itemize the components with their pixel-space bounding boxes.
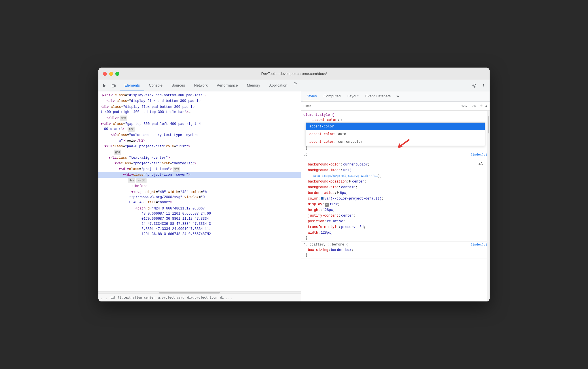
tab-console[interactable]: Console: [144, 80, 167, 91]
tab-elements[interactable]: Elements: [120, 80, 144, 91]
style-rule-p: .p (index):1 background-color: currentCo…: [301, 152, 490, 242]
tab-performance[interactable]: Performance: [212, 80, 242, 91]
add-style-button[interactable]: +: [480, 103, 483, 109]
style-prop-justify-content[interactable]: justify-content: center;: [303, 213, 487, 219]
color-swatch[interactable]: [321, 197, 323, 200]
p-source[interactable]: (index):1: [471, 153, 487, 156]
traffic-lights: [103, 72, 119, 76]
code-line[interactable]: ▼<div class="project-icon"> flex: [98, 166, 301, 172]
style-prop-border-radius[interactable]: border-radius: 6px;: [303, 190, 487, 196]
breadcrumb-more-right[interactable]: ...: [225, 294, 232, 301]
flex-badge-4[interactable]: flex: [128, 178, 136, 183]
style-prop-width[interactable]: width: 128px;: [303, 230, 487, 236]
svg-line[interactable]: ▼<svg height="48" width="48" xmlns="h tt…: [98, 189, 301, 206]
tab-sources[interactable]: Sources: [167, 80, 190, 91]
devtools-window: DevTools - developer.chrome.com/docs/: [98, 68, 490, 301]
tab-memory[interactable]: Memory: [242, 80, 265, 91]
code-block[interactable]: <div class="display-flex pad-bottom-300 …: [98, 104, 301, 115]
p-open-brace: [303, 157, 487, 162]
code-line[interactable]: w">Tools</h2>: [98, 138, 301, 144]
elements-code-view[interactable]: ▶ <div class="display-flex pad-bottom-30…: [98, 91, 301, 291]
tab-computed[interactable]: Computed: [320, 91, 344, 101]
tab-network[interactable]: Network: [190, 80, 212, 91]
filter-input[interactable]: [303, 104, 458, 108]
breadcrumb-item-div-icon[interactable]: div.project-icon: [186, 295, 218, 300]
universal-close-brace: }: [303, 253, 487, 257]
code-line[interactable]: ▼<ul class="pad-0 project-grid" role="li…: [98, 144, 301, 149]
style-prop-height[interactable]: height: 128px;: [303, 207, 487, 213]
maximize-button[interactable]: [115, 72, 119, 76]
grid-badge[interactable]: grid: [114, 150, 121, 155]
style-prop-bg-size[interactable]: background-size: contain;: [303, 184, 487, 190]
vertical-scrollbar-thumb[interactable]: [488, 116, 489, 133]
settings-button[interactable]: [470, 82, 478, 90]
horizontal-scrollbar[interactable]: [98, 291, 301, 293]
cls-button[interactable]: .cls: [470, 104, 477, 108]
data-url-link[interactable]: data:image/svg+xml,%3Csvg width='1…: [312, 173, 378, 179]
style-prop-bg-image[interactable]: background-image: url(: [303, 167, 487, 173]
flex-badge-3[interactable]: flex: [173, 167, 180, 172]
styles-panel: Styles Computed Layout Event Listeners »: [301, 91, 490, 301]
flex-badge[interactable]: flex: [120, 116, 127, 121]
path-line[interactable]: <path d="M24 0.666748C11.12 0.6667 48 0.…: [98, 206, 301, 237]
code-line-selected[interactable]: ▼<div class="project-icon__cover">: [98, 172, 301, 178]
red-arrow-icon: [388, 136, 410, 150]
vertical-scrollbar-track[interactable]: [487, 111, 490, 301]
styles-content[interactable]: element.style { accent-color : ;: [301, 111, 490, 301]
code-block-2[interactable]: ▼<div class="gap-top-300 pad-left-400 pa…: [98, 121, 301, 132]
elements-panel[interactable]: ▶ <div class="display-flex pad-bottom-30…: [98, 91, 301, 301]
tab-application[interactable]: Application: [265, 80, 292, 91]
style-prop-position[interactable]: position: relative;: [303, 219, 487, 224]
breadcrumb-item-a[interactable]: a.project-card: [157, 295, 185, 300]
editing-line[interactable]: accent-color : ;: [303, 118, 487, 122]
element-style-selector-line: element.style {: [303, 113, 487, 117]
style-prop-bg-color[interactable]: background-color: currentColor;: [303, 162, 487, 167]
font-size-toggle[interactable]: AA: [478, 162, 483, 167]
triangle-icon[interactable]: [349, 180, 351, 183]
border-radius-triangle-icon[interactable]: [337, 191, 339, 194]
close-button[interactable]: [103, 72, 107, 76]
p-selector: .p: [303, 153, 307, 157]
universal-source[interactable]: (index):1: [471, 243, 487, 246]
equals-badge[interactable]: == $0: [136, 178, 147, 183]
flex-badge-2[interactable]: flex: [128, 127, 135, 132]
tab-layout[interactable]: Layout: [344, 91, 362, 101]
cursor-tool-button[interactable]: [101, 82, 109, 90]
svg-point-5: [483, 86, 484, 87]
customize-button[interactable]: [479, 82, 487, 90]
scrollbar-thumb[interactable]: [159, 292, 220, 293]
breadcrumb-item-di[interactable]: di: [219, 295, 225, 300]
p-selector-line: .p (index):1: [303, 153, 487, 157]
code-line[interactable]: </div> flex: [98, 115, 301, 121]
code-line[interactable]: ▼<li class="text-align-center">: [98, 155, 301, 161]
minimize-button[interactable]: [109, 72, 113, 76]
style-prop-color[interactable]: color: var(--color-project-default);: [303, 196, 487, 202]
breadcrumb-more-left[interactable]: ...: [101, 294, 107, 301]
tab-event-listeners[interactable]: Event Listeners: [362, 91, 394, 101]
toggle-sidebar-button[interactable]: ◀: [485, 104, 487, 108]
style-prop-bg-position[interactable]: background-position: center;: [303, 179, 487, 184]
display-flex-icon[interactable]: ⊞: [325, 203, 329, 207]
editing-value: ;: [340, 118, 342, 122]
code-line[interactable]: flex == $0: [98, 178, 301, 183]
svg-rect-0: [112, 84, 114, 87]
code-line[interactable]: ▶ <div class="display-flex pad-bottom-30…: [98, 93, 301, 98]
tab-styles[interactable]: Styles: [303, 91, 320, 101]
more-secondary-tabs[interactable]: »: [394, 94, 401, 99]
style-prop-transform-style[interactable]: transform-style: preserve-3d;: [303, 224, 487, 230]
code-line[interactable]: grid: [98, 149, 301, 155]
device-toggle-button[interactable]: [110, 82, 118, 90]
style-prop-box-sizing[interactable]: box-sizing: border-box;: [303, 247, 487, 253]
autocomplete-item-accent-color[interactable]: accent-color: [306, 123, 485, 130]
code-line[interactable]: <div class="display-flex pad-bottom-300 …: [98, 98, 301, 104]
style-prop-display[interactable]: display: ⊞ flex;: [303, 202, 487, 207]
hov-button[interactable]: :hov: [460, 104, 468, 108]
filter-bar: :hov .cls + ◀: [301, 102, 490, 111]
breadcrumb-item-li[interactable]: li.text-align-center: [117, 295, 156, 300]
more-tabs-button[interactable]: »: [292, 80, 299, 91]
code-line[interactable]: <h2 class="color-secondary-text type--ey…: [98, 132, 301, 138]
style-prop-bg-image-url[interactable]: data:image/svg+xml,%3Csvg width='1… );: [303, 173, 487, 179]
code-line[interactable]: ▼<a class="project-card" href="devtools/…: [98, 161, 301, 166]
breadcrumb-item-rid[interactable]: rid: [108, 295, 116, 300]
code-line[interactable]: ::before: [98, 183, 301, 189]
